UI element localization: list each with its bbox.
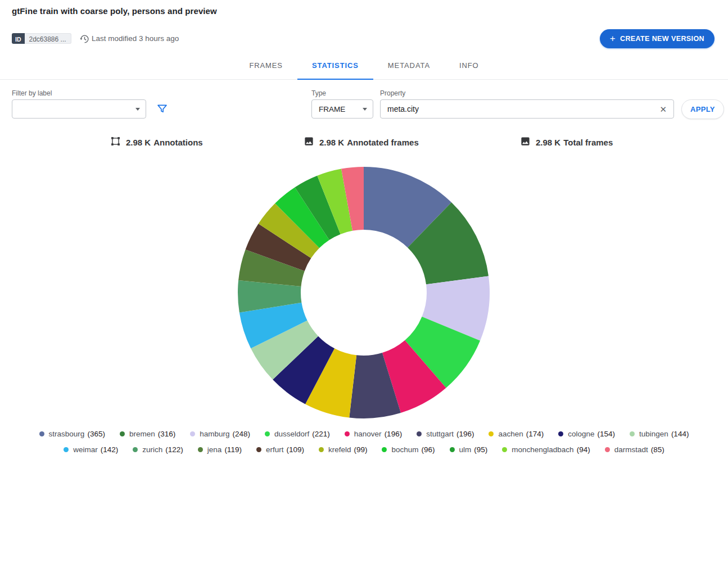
legend-item-dusseldorf[interactable]: dusseldorf(221)	[265, 430, 330, 438]
legend-dot	[558, 431, 563, 436]
stat-label: Annotated frames	[347, 138, 419, 147]
donut-chart-wrap	[234, 163, 493, 422]
tab-frames[interactable]: FRAMES	[234, 52, 297, 80]
legend-count: (316)	[158, 430, 176, 438]
legend-dot	[265, 431, 270, 436]
legend-dot	[319, 447, 324, 452]
legend-dot	[120, 431, 125, 436]
legend-name: stuttgart	[426, 430, 454, 438]
legend-dot	[382, 447, 387, 452]
legend-dot	[630, 431, 635, 436]
legend-item-tubingen[interactable]: tubingen(144)	[630, 430, 689, 438]
tab-bar: FRAMES STATISTICS METADATA INFO	[0, 52, 728, 80]
stat-total-frames: 2.98 KTotal frames	[520, 136, 613, 149]
legend-dot	[64, 447, 69, 452]
legend-dot	[39, 431, 44, 436]
legend-dot	[345, 431, 350, 436]
legend-name: ulm	[459, 445, 472, 454]
legend-item-stuttgart[interactable]: stuttgart(196)	[417, 430, 474, 438]
legend-dot	[502, 447, 507, 452]
id-value: 2dc63886 ...	[25, 33, 71, 44]
history-icon	[80, 34, 89, 44]
tab-statistics[interactable]: STATISTICS	[297, 52, 373, 80]
legend-item-monchengladbach[interactable]: monchengladbach(94)	[502, 445, 590, 454]
legend-item-strasbourg[interactable]: strasbourg(365)	[39, 430, 105, 438]
legend-name: hanover	[354, 430, 382, 438]
legend-name: zurich	[142, 445, 162, 454]
legend-item-darmstadt[interactable]: darmstadt(85)	[605, 445, 664, 454]
legend-name: bremen	[129, 430, 155, 438]
legend-item-hamburg[interactable]: hamburg(248)	[190, 430, 250, 438]
legend-count: (85)	[651, 445, 664, 454]
legend-name: krefeld	[328, 445, 351, 454]
legend-row: weimar(142)zurich(122)jena(119)erfurt(10…	[56, 445, 671, 454]
property-input[interactable]	[381, 104, 657, 113]
annotations-box-icon	[110, 136, 121, 149]
id-badge: ID	[12, 33, 25, 44]
page-title: gtFine train with coarse poly, persons a…	[12, 6, 217, 16]
legend-count: (99)	[354, 445, 367, 454]
legend-count: (365)	[87, 430, 105, 438]
legend-name: jena	[207, 445, 222, 454]
type-select-value: FRAME	[319, 105, 345, 113]
property-field-wrap: ✕	[380, 99, 674, 119]
legend-count: (95)	[474, 445, 487, 454]
legend-item-weimar[interactable]: weimar(142)	[64, 445, 118, 454]
stat-annotations: 2.98 KAnnotations	[110, 136, 203, 149]
caret-down-icon	[363, 108, 367, 111]
last-modified-text: Last modified 3 hours ago	[92, 34, 179, 43]
image-icon	[520, 136, 531, 149]
filter-by-label-label: Filter by label	[12, 89, 52, 97]
legend-item-hanover[interactable]: hanover(196)	[345, 430, 402, 438]
legend-name: aachen	[498, 430, 523, 438]
legend-count: (96)	[422, 445, 435, 454]
tab-metadata[interactable]: METADATA	[373, 52, 445, 80]
legend-count: (109)	[286, 445, 304, 454]
legend-item-bochum[interactable]: bochum(96)	[382, 445, 435, 454]
legend-count: (122)	[165, 445, 183, 454]
legend-name: darmstadt	[614, 445, 648, 454]
property-label: Property	[380, 89, 405, 97]
legend-item-bremen[interactable]: bremen(316)	[120, 430, 175, 438]
legend-count: (119)	[224, 445, 242, 454]
stat-label: Annotations	[153, 138, 203, 147]
tab-info[interactable]: INFO	[445, 52, 494, 80]
filter-funnel-icon[interactable]	[156, 103, 168, 115]
legend-name: bochum	[391, 445, 418, 454]
legend-item-jena[interactable]: jena(119)	[198, 445, 242, 454]
stat-value: 2.98 K	[319, 138, 344, 147]
legend-count: (248)	[233, 430, 251, 438]
apply-button[interactable]: APPLY	[681, 99, 724, 119]
legend-item-krefeld[interactable]: krefeld(99)	[319, 445, 368, 454]
legend-item-erfurt[interactable]: erfurt(109)	[256, 445, 304, 454]
create-button-label: CREATE NEW VERSION	[620, 35, 704, 43]
legend-item-ulm[interactable]: ulm(95)	[450, 445, 488, 454]
type-label: Type	[311, 89, 326, 97]
legend-dot	[417, 431, 422, 436]
legend-count: (196)	[385, 430, 403, 438]
legend-dot	[489, 431, 494, 436]
legend-name: hamburg	[200, 430, 229, 438]
image-icon	[304, 136, 314, 149]
chart-legend: strasbourg(365)bremen(316)hamburg(248)du…	[0, 430, 728, 454]
legend-item-cologne[interactable]: cologne(154)	[558, 430, 615, 438]
legend-name: tubingen	[639, 430, 668, 438]
stat-annotated-frames: 2.98 KAnnotated frames	[304, 136, 419, 149]
legend-item-zurich[interactable]: zurich(122)	[133, 445, 183, 454]
filter-by-label-select[interactable]	[12, 99, 146, 119]
legend-dot	[450, 447, 455, 452]
legend-count: (154)	[598, 430, 616, 438]
create-new-version-button[interactable]: + CREATE NEW VERSION	[600, 29, 715, 48]
legend-name: dusseldorf	[274, 430, 309, 438]
legend-name: strasbourg	[49, 430, 85, 438]
legend-name: weimar	[73, 445, 98, 454]
clear-icon[interactable]: ✕	[657, 105, 673, 113]
legend-dot	[605, 447, 610, 452]
type-select[interactable]: FRAME	[311, 99, 373, 119]
legend-count: (94)	[577, 445, 590, 454]
legend-item-aachen[interactable]: aachen(174)	[489, 430, 544, 438]
legend-name: erfurt	[266, 445, 284, 454]
dataset-id-chip[interactable]: ID 2dc63886 ...	[12, 33, 71, 44]
legend-count: (174)	[526, 430, 544, 438]
legend-row: strasbourg(365)bremen(316)hamburg(248)du…	[32, 430, 697, 438]
